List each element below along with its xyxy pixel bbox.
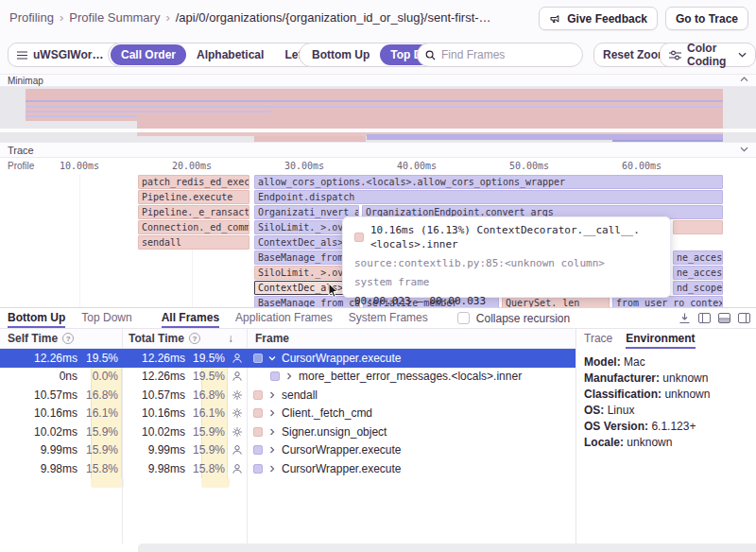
ruler-tick: 20.00ms <box>172 161 212 171</box>
tab-environment[interactable]: Environment <box>626 329 695 349</box>
table-row[interactable]: 0ns 0.0% 12.26ms 19.5% more_better_error… <box>0 368 576 387</box>
detail-label: Locale: <box>584 436 624 449</box>
breadcrumb-separator: › <box>60 10 63 25</box>
user-frame-icon <box>230 459 245 478</box>
chevron-down-icon[interactable] <box>740 147 748 152</box>
detail-value: Linux <box>608 404 635 417</box>
self-time-percent: 19.5% <box>91 349 122 368</box>
tooltip-frame-type: system frame <box>354 275 659 289</box>
tab-trace[interactable]: Trace <box>584 329 612 349</box>
flame-frame[interactable]: BaseManage_from_cache <box>254 296 360 307</box>
table-row[interactable]: 10.57ms 16.8% 10.57ms 16.8% sendall <box>0 386 576 405</box>
frame-header[interactable]: Frame <box>255 332 289 345</box>
info-icon: ? <box>189 333 200 344</box>
tab-top-down[interactable]: Top Down <box>81 308 131 328</box>
sorting-alphabetical[interactable]: Alphabetical <box>186 44 274 65</box>
self-time-percent: 15.8% <box>91 459 122 478</box>
flame-frame[interactable]: Connection._ed_command <box>138 220 249 234</box>
chevron-right-icon[interactable] <box>268 428 276 436</box>
flame-frame[interactable]: allow_cors_options.<locals>.allow_cors_o… <box>254 175 723 189</box>
minimap-band <box>26 106 723 108</box>
detail-value: unknown <box>664 388 710 401</box>
flame-frame[interactable]: patch_redis_ed_execute <box>138 175 249 189</box>
search-input[interactable] <box>441 48 588 61</box>
tab-system-frames[interactable]: System Frames <box>349 308 428 328</box>
color-coding-label: Color Coding <box>687 42 732 68</box>
user-frame-icon <box>230 441 245 460</box>
table-row[interactable]: 10.02ms 15.9% 10.02ms 15.9% Signer.unsig… <box>0 423 576 441</box>
table-row[interactable]: 12.26ms 19.5% 12.26ms 19.5% CursorWrappe… <box>0 349 576 368</box>
frame-label: Frame <box>255 332 289 345</box>
chevron-right-icon[interactable] <box>285 372 293 380</box>
color-coding-button[interactable]: Color Coding <box>660 43 756 67</box>
chevron-right-icon[interactable] <box>268 409 276 417</box>
self-time-percent: 16.1% <box>91 405 122 423</box>
chevron-up-icon[interactable] <box>740 77 748 82</box>
download-icon[interactable] <box>679 312 691 324</box>
sort-desc-icon[interactable]: ↓ <box>228 332 233 345</box>
detail-label: OS Version: <box>584 420 648 433</box>
detail-label: Classification: <box>584 388 662 401</box>
dock-bottom-layout-icon[interactable] <box>718 313 730 323</box>
breadcrumb-profile-summary[interactable]: Profile Summary <box>69 10 160 25</box>
dock-right-layout-icon[interactable] <box>738 313 750 323</box>
give-feedback-label: Give Feedback <box>567 12 647 26</box>
go-to-trace-button[interactable]: Go to Trace <box>665 7 748 30</box>
flame-frame[interactable]: sendall <box>138 235 249 250</box>
frame-name: sendall <box>282 388 318 402</box>
tab-all-frames[interactable]: All Frames <box>162 308 219 328</box>
total-time-percent: 19.5% <box>201 349 228 368</box>
self-time-header[interactable]: Self Time ? <box>8 332 74 345</box>
bottom-panel: Bottom Up Top Down All Frames Applicatio… <box>0 307 756 552</box>
frame-name: CursorWrapper.execute <box>282 352 402 365</box>
detail-label: Manufacturer: <box>584 371 660 385</box>
chevron-right-icon[interactable] <box>268 391 276 399</box>
flame-frame[interactable]: Endpoint.dispatch <box>254 190 723 204</box>
flame-frame[interactable]: Pipeline._e_ransaction <box>138 205 249 219</box>
search-icon <box>425 50 436 60</box>
user-frame-icon <box>230 368 245 387</box>
tab-bottom-up[interactable]: Bottom Up <box>8 308 65 328</box>
frame-name: CursorWrapper.execute <box>282 443 402 457</box>
breadcrumb-separator: › <box>165 10 169 25</box>
total-time-value: 9.99ms <box>123 441 185 460</box>
total-time-percent: 19.5% <box>201 368 228 387</box>
flame-frame[interactable] <box>673 220 723 234</box>
flame-frame[interactable]: Pipeline.execute <box>138 190 249 204</box>
frame-tooltip: 10.16ms (16.13%) ContextDecorator.__call… <box>342 216 671 298</box>
direction-bottom-up[interactable]: Bottom Up <box>301 44 380 65</box>
tab-application-frames[interactable]: Application Frames <box>235 308 333 328</box>
total-time-value: 12.26ms <box>123 349 185 368</box>
flame-frame[interactable]: ne_access <box>673 266 723 280</box>
sorting-call-order[interactable]: Call Order <box>111 44 186 65</box>
detail-row: OS Version: 6.1.123+ <box>584 419 752 435</box>
total-time-header[interactable]: Total Time ? <box>129 332 200 345</box>
chevron-down-icon[interactable] <box>268 354 276 362</box>
frame-color-square <box>253 390 263 400</box>
total-time-percent: 15.9% <box>201 441 228 460</box>
dock-left-layout-icon[interactable] <box>698 313 711 323</box>
detail-row: Locale: unknown <box>584 435 752 451</box>
table-row[interactable]: 9.98ms 15.8% 9.98ms 15.8% CursorWrapper.… <box>0 459 576 478</box>
give-feedback-button[interactable]: Give Feedback <box>539 7 658 30</box>
chevron-right-icon[interactable] <box>268 446 276 454</box>
collapse-recursion-checkbox[interactable] <box>457 312 470 324</box>
self-time-value: 10.57ms <box>0 386 77 405</box>
info-icon: ? <box>62 333 74 344</box>
flame-frame[interactable]: nd_scopes <box>673 281 723 295</box>
tooltip-source: source:contextlib.py:85:<unknown column> <box>354 256 659 270</box>
table-row[interactable]: 9.99ms 15.9% 9.99ms 15.9% CursorWrapper.… <box>0 441 576 460</box>
total-time-percent: 15.9% <box>201 423 228 441</box>
breadcrumb-profiling[interactable]: Profiling <box>9 10 54 25</box>
minimap-band <box>26 115 137 117</box>
ruler-tick: 40.00ms <box>397 161 437 171</box>
flame-frame[interactable]: ne_access <box>673 250 723 265</box>
gear-icon <box>230 405 245 423</box>
user-frame-icon <box>230 349 245 368</box>
horizontal-scrollbar[interactable] <box>138 543 756 552</box>
self-time-percent: 15.9% <box>91 441 122 460</box>
chevron-right-icon[interactable] <box>268 465 276 473</box>
sliders-icon <box>669 50 681 60</box>
table-row[interactable]: 10.16ms 16.1% 10.16ms 16.1% Client._fetc… <box>0 405 576 423</box>
flamegraph-minimap[interactable] <box>0 87 756 142</box>
